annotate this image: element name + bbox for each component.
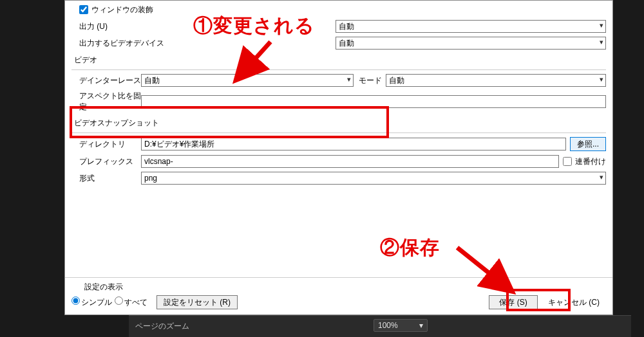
divider (71, 132, 606, 133)
bg-zoom-value: 100% (378, 321, 398, 330)
prefix-input[interactable] (141, 155, 559, 168)
aspect-label: アスペクト比を固定 (79, 91, 141, 113)
deinterlace-select[interactable]: 自動 (141, 74, 354, 87)
show-settings-label: 設定の表示 (84, 282, 238, 293)
all-radio[interactable] (115, 296, 123, 305)
sequential-checkbox[interactable] (563, 157, 572, 166)
window-decoration-checkbox[interactable] (79, 5, 88, 14)
directory-label: ディレクトリ (79, 139, 141, 150)
output-select[interactable]: 自動 (336, 20, 606, 33)
sequential-wrap[interactable]: 連番付け (563, 156, 606, 167)
all-label: すべて (124, 298, 147, 307)
directory-input[interactable] (141, 138, 566, 150)
video-device-label: 出力するビデオデバイス (79, 38, 169, 49)
save-button[interactable]: 保存 (S) (489, 295, 538, 309)
mode-select[interactable]: 自動 (386, 74, 606, 87)
all-radio-wrap[interactable]: すべて (115, 296, 147, 308)
window-decoration-label: ウィンドウの装飾 (91, 5, 153, 15)
divider (71, 69, 606, 70)
aspect-input[interactable] (141, 95, 606, 108)
snapshot-section-title: ビデオスナップショット (74, 118, 606, 129)
reset-button[interactable]: 設定をリセット (R) (156, 295, 238, 309)
cancel-button[interactable]: キャンセル (C) (542, 295, 606, 309)
video-device-select[interactable]: 自動 (336, 37, 606, 50)
output-label: 出力 (U) (79, 21, 169, 32)
simple-radio-wrap[interactable]: シンプル (71, 296, 112, 308)
simple-label: シンプル (81, 298, 112, 307)
browse-button[interactable]: 参照... (570, 137, 606, 151)
bg-zoom-label: ページのズーム (135, 321, 189, 332)
video-section-title: ビデオ (74, 55, 606, 66)
prefix-label: プレフィックス (79, 156, 141, 167)
simple-radio[interactable] (71, 296, 80, 305)
dialog-footer: 設定の表示 シンプル すべて 設定をリセット (R) 保存 (S) キャンセル … (65, 277, 612, 314)
sequential-label: 連番付け (575, 156, 606, 167)
preferences-dialog: ウィンドウの装飾 出力 (U) 自動 出力するビデオデバイス 自動 ビデオ デイ… (64, 0, 613, 315)
format-select[interactable]: png (141, 172, 606, 185)
mode-label: モード (359, 75, 382, 86)
chevron-down-icon: ▾ (419, 321, 423, 330)
format-label: 形式 (79, 173, 141, 184)
deinterlace-label: デインターレース (79, 75, 141, 86)
bg-zoom-select[interactable]: 100% ▾ (374, 319, 428, 332)
